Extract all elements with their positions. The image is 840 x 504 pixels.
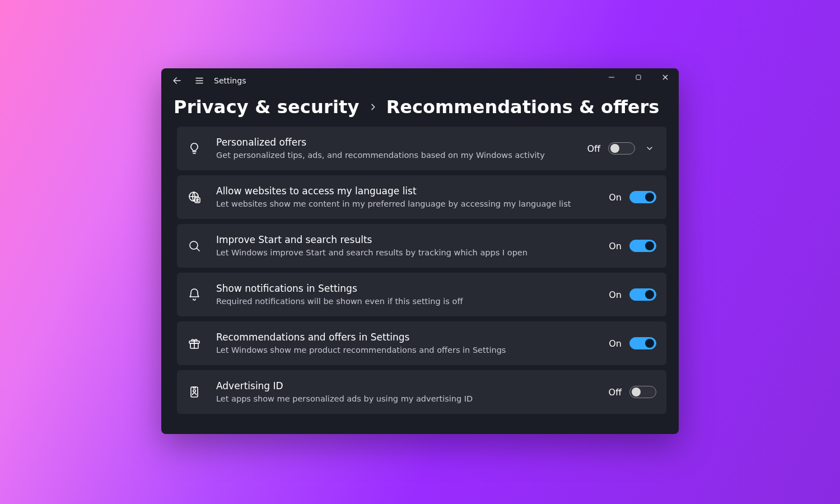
search-icon xyxy=(185,236,204,255)
setting-title: Recommendations and offers in Settings xyxy=(216,332,596,343)
setting-controls: On xyxy=(609,288,656,301)
setting-row-recs-in-settings: Recommendations and offers in SettingsLe… xyxy=(177,321,666,365)
toggle-knob xyxy=(610,144,619,153)
setting-row-notifications-in-settings: Show notifications in SettingsRequired n… xyxy=(177,273,666,316)
setting-text: Personalized offersGet personalized tips… xyxy=(216,137,575,160)
maximize-button[interactable] xyxy=(625,68,652,86)
settings-window: Settings Privacy & security Recommendati… xyxy=(161,68,679,434)
window-controls xyxy=(598,68,679,86)
toggle-state-label: On xyxy=(609,241,622,251)
setting-description: Let websites show me content in my prefe… xyxy=(216,199,596,209)
minimize-button[interactable] xyxy=(598,68,625,86)
chevron-down-icon xyxy=(645,144,654,153)
setting-row-personalized-offers: Personalized offersGet personalized tips… xyxy=(177,127,666,170)
lightbulb-icon xyxy=(185,139,204,158)
svg-point-16 xyxy=(193,390,195,392)
id-card-icon xyxy=(185,382,204,402)
setting-row-language-list: Allow websites to access my language lis… xyxy=(177,175,666,219)
setting-description: Let apps show me personalized ads by usi… xyxy=(216,394,596,404)
setting-title: Allow websites to access my language lis… xyxy=(216,185,596,197)
setting-text: Improve Start and search resultsLet Wind… xyxy=(216,234,596,257)
menu-button[interactable] xyxy=(188,69,211,92)
toggle-knob xyxy=(645,339,654,348)
setting-text: Show notifications in SettingsRequired n… xyxy=(216,283,596,306)
toggle-state-label: Off xyxy=(587,143,600,154)
svg-line-11 xyxy=(197,248,199,251)
toggle-knob xyxy=(632,388,641,396)
close-button[interactable] xyxy=(652,68,679,86)
globe-language-icon xyxy=(185,188,204,207)
toggle-state-label: Off xyxy=(608,387,622,398)
minimize-icon xyxy=(608,74,615,81)
toggle-notifications-in-settings[interactable] xyxy=(629,288,656,301)
setting-title: Show notifications in Settings xyxy=(216,283,596,295)
toggle-state-label: On xyxy=(609,192,622,203)
bell-icon xyxy=(185,285,204,304)
app-title: Settings xyxy=(214,76,246,85)
toggle-advertising-id[interactable] xyxy=(629,386,656,398)
setting-controls: On xyxy=(609,240,656,252)
setting-title: Advertising ID xyxy=(216,380,596,392)
setting-title: Personalized offers xyxy=(216,137,575,148)
gift-icon xyxy=(185,334,204,353)
setting-description: Get personalized tips, ads, and recommen… xyxy=(216,150,575,160)
settings-list: Personalized offersGet personalized tips… xyxy=(161,127,679,426)
setting-row-advertising-id: Advertising IDLet apps show me personali… xyxy=(177,370,666,414)
close-icon xyxy=(662,74,669,81)
setting-text: Advertising IDLet apps show me personali… xyxy=(216,380,596,403)
svg-rect-5 xyxy=(636,75,641,80)
maximize-icon xyxy=(635,74,642,81)
toggle-language-list[interactable] xyxy=(629,191,656,203)
setting-description: Required notifications will be shown eve… xyxy=(216,296,596,306)
toggle-recs-in-settings[interactable] xyxy=(629,337,656,349)
toggle-knob xyxy=(645,290,654,299)
breadcrumb: Privacy & security Recommendations & off… xyxy=(161,93,679,127)
toggle-knob xyxy=(645,241,654,250)
toggle-state-label: On xyxy=(609,290,622,300)
arrow-left-icon xyxy=(172,76,182,86)
toggle-state-label: On xyxy=(609,338,622,349)
back-button[interactable] xyxy=(166,69,188,92)
chevron-right-icon xyxy=(368,102,377,111)
hamburger-icon xyxy=(194,76,204,86)
breadcrumb-leaf: Recommendations & offers xyxy=(386,96,660,118)
setting-controls: Off xyxy=(608,386,656,398)
titlebar: Settings xyxy=(161,68,679,93)
setting-text: Recommendations and offers in SettingsLe… xyxy=(216,332,596,354)
setting-description: Let Windows improve Start and search res… xyxy=(216,248,596,258)
setting-title: Improve Start and search results xyxy=(216,234,596,246)
setting-controls: Off xyxy=(587,142,656,155)
setting-text: Allow websites to access my language lis… xyxy=(216,185,596,208)
toggle-personalized-offers[interactable] xyxy=(608,142,635,155)
setting-controls: On xyxy=(609,337,656,349)
setting-description: Let Windows show me product recommendati… xyxy=(216,345,596,355)
toggle-knob xyxy=(645,193,654,202)
expand-button[interactable] xyxy=(643,144,656,153)
setting-controls: On xyxy=(609,191,656,203)
setting-row-improve-search: Improve Start and search resultsLet Wind… xyxy=(177,224,666,268)
toggle-improve-search[interactable] xyxy=(629,240,656,252)
breadcrumb-parent[interactable]: Privacy & security xyxy=(174,96,360,118)
